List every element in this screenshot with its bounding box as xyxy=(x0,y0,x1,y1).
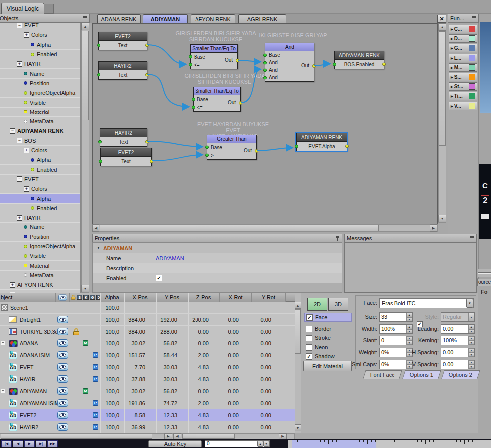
tree-item-colors[interactable]: +Colors xyxy=(0,146,80,155)
scrollbar-thumb[interactable] xyxy=(100,225,379,231)
input-port-icon[interactable] xyxy=(263,61,267,64)
eye-toggle-icon[interactable] xyxy=(57,316,68,323)
node-adiyaman-renk-bos[interactable]: ADIYAMAN RENKBOS.Enabled xyxy=(334,51,384,69)
tree-item-enabled[interactable]: Enabled xyxy=(0,165,80,175)
tree-item-alpha[interactable]: Alpha xyxy=(0,194,80,203)
properties-badge[interactable]: P xyxy=(93,352,98,358)
layer-checkbox[interactable] xyxy=(306,326,312,332)
input-port-icon[interactable] xyxy=(263,76,267,79)
canvas-tab-adana-renk[interactable]: ADANA RENK xyxy=(97,14,141,23)
field-value[interactable]: 0.00 xyxy=(441,360,468,369)
tree-item-evet[interactable]: −EVET xyxy=(0,23,80,30)
eye-toggle-icon[interactable] xyxy=(57,375,68,383)
pin-icon[interactable] xyxy=(335,235,340,241)
eye-toggle-icon[interactable] xyxy=(57,339,68,347)
table-row-evet2[interactable]: AbEVET2P100,0-8.5812.33-4.830.000.00 xyxy=(0,409,295,421)
column-header-letter-k[interactable]: K xyxy=(83,295,89,300)
function-category-l[interactable]: ▶L... xyxy=(449,54,477,62)
tree-expand-icon[interactable]: + xyxy=(24,186,29,192)
input-port-icon[interactable] xyxy=(189,63,192,67)
input-port-icon[interactable] xyxy=(263,53,267,57)
spinner-up-icon[interactable]: ▲ xyxy=(468,348,474,353)
input-port-icon[interactable] xyxy=(99,160,102,163)
field-value[interactable]: Regular xyxy=(441,313,468,321)
scroll-right-button[interactable]: ▶ xyxy=(279,433,287,439)
spinner-up-icon[interactable]: ▲ xyxy=(257,441,263,447)
column-header-zpos[interactable]: Z-Pos xyxy=(188,293,220,302)
table-row-hayir[interactable]: AbHAYIRP100,037.8830.03-4.830.000.00 xyxy=(0,373,295,385)
node-and[interactable]: AndBaseAndAndAndOut xyxy=(265,43,314,82)
eye-toggle-icon[interactable] xyxy=(57,351,68,359)
function-category-v[interactable]: ▶V... xyxy=(449,102,477,110)
input-port-icon[interactable] xyxy=(295,145,298,148)
output-port-icon[interactable] xyxy=(145,73,149,77)
table-row-adiyaman-isim[interactable]: AbADIYAMAN ISIMP100,0191.8674.722.000.00… xyxy=(0,397,295,409)
node-smaller-than-1[interactable]: Smaller Than/Eq ToBase<=Out xyxy=(190,44,238,69)
column-header-xrot[interactable]: X-Rot xyxy=(220,293,252,302)
timeline-ruler[interactable] xyxy=(288,440,491,448)
pin-icon[interactable] xyxy=(83,15,87,21)
scroll-down-button[interactable]: ▼ xyxy=(295,424,301,431)
table-row-evet[interactable]: AbEVETP100,0-7.7030.03-4.830.000.00 xyxy=(0,361,295,373)
node-hayir2-top[interactable]: HAYIR2Text xyxy=(98,61,147,80)
tree-item-alpha[interactable]: Alpha xyxy=(0,155,80,165)
tree-item-ignoreobjectalpha[interactable]: IgnoreObjectAlpha xyxy=(0,242,80,251)
auto-key-button[interactable]: Auto Key xyxy=(148,440,202,447)
output-port-icon[interactable] xyxy=(382,63,386,66)
column-header-visibility[interactable] xyxy=(56,293,70,302)
layer-checkbox[interactable] xyxy=(306,344,312,351)
field-value[interactable]: 33 xyxy=(380,313,406,321)
mode-2d-button[interactable]: 2D xyxy=(307,298,327,311)
column-header-ypos[interactable]: Y-Pos xyxy=(156,293,188,302)
function-category-d[interactable]: ▶D... xyxy=(449,34,477,43)
section-collapse-icon[interactable]: ▼ xyxy=(97,246,100,250)
input-port-icon[interactable] xyxy=(97,44,100,47)
output-port-icon[interactable] xyxy=(239,101,242,105)
tree-item-hayir[interactable]: +HAYIR xyxy=(0,59,80,69)
field-spinner-leading[interactable]: 0.00▲▼ xyxy=(441,324,475,334)
tree-collapse-icon[interactable]: − xyxy=(1,341,5,345)
scroll-down-button[interactable]: ▼ xyxy=(81,285,89,292)
eye-toggle-icon[interactable] xyxy=(57,411,68,419)
tree-collapse-icon[interactable]: − xyxy=(10,128,15,134)
playback-button-3[interactable]: ▶| xyxy=(36,440,46,447)
node-greater-than[interactable]: Greater ThanBase>Out xyxy=(207,135,257,160)
playback-button-0[interactable]: |◀ xyxy=(1,440,12,447)
column-header-alpha[interactable]: Alpha xyxy=(100,293,124,302)
size-width-link-checkbox[interactable]: ✓ xyxy=(417,321,423,327)
material-badge[interactable]: M xyxy=(83,388,88,394)
scroll-left-button[interactable]: ◀ xyxy=(173,433,181,439)
text-panel-tab-font-face[interactable]: Font Face xyxy=(363,370,402,379)
spinner-down-icon[interactable]: ▼ xyxy=(263,441,269,447)
pin-icon[interactable] xyxy=(470,235,474,241)
properties-badge[interactable]: P xyxy=(93,400,98,406)
table-row-hayir2[interactable]: AbHAYIR2P100,036.9912.33-4.830.000.00 xyxy=(0,421,295,433)
tree-item-material[interactable]: Material xyxy=(0,261,80,271)
tree-item-visible[interactable]: Visible xyxy=(0,251,80,261)
field-spinner-h-spacing[interactable]: 0.00▲▼ xyxy=(441,348,475,357)
column-header-yrot[interactable]: Y-Rot xyxy=(252,293,286,302)
tree-collapse-icon[interactable]: − xyxy=(1,389,5,393)
spinner-up-icon[interactable]: ▲ xyxy=(468,325,474,329)
scrollbar-thumb[interactable] xyxy=(295,309,301,354)
property-value[interactable]: ADIYAMAN xyxy=(156,255,184,261)
canvas-tab-agri-renk[interactable]: AGRI RENK xyxy=(238,14,286,23)
tree-item-adiyaman-renk[interactable]: −ADIYAMAN RENK xyxy=(0,126,80,136)
tree-collapse-icon[interactable]: − xyxy=(17,23,22,28)
input-port-icon[interactable] xyxy=(205,154,209,157)
table-row-adana-isim[interactable]: AbADANA ISIMP100,0151.5758.442.000.000.0… xyxy=(0,349,295,361)
pin-icon[interactable] xyxy=(472,15,476,21)
tree-item-ignoreobjectalpha[interactable]: IgnoreObjectAlpha xyxy=(0,88,80,98)
input-port-icon[interactable] xyxy=(263,68,267,72)
table-row-adana[interactable]: −ADANAM100,030.0256.820.000.000.00 xyxy=(0,337,295,349)
layer-checkbox[interactable] xyxy=(306,335,312,341)
spinner-down-icon[interactable]: ▼ xyxy=(468,341,474,345)
tree-expand-icon[interactable]: + xyxy=(10,282,15,288)
spinner-down-icon[interactable]: ▼ xyxy=(468,365,474,369)
tree-collapse-icon[interactable]: − xyxy=(17,176,22,182)
scrollbar-thumb[interactable] xyxy=(1,434,152,439)
frame-spinner[interactable]: 0 ▲ ▼ xyxy=(205,440,270,447)
tree-item-afyon-renk[interactable]: +AFYON RENK xyxy=(0,280,80,290)
tree-item-colors[interactable]: +Colors xyxy=(0,30,80,40)
chevron-down-icon[interactable]: ▼ xyxy=(466,299,473,308)
